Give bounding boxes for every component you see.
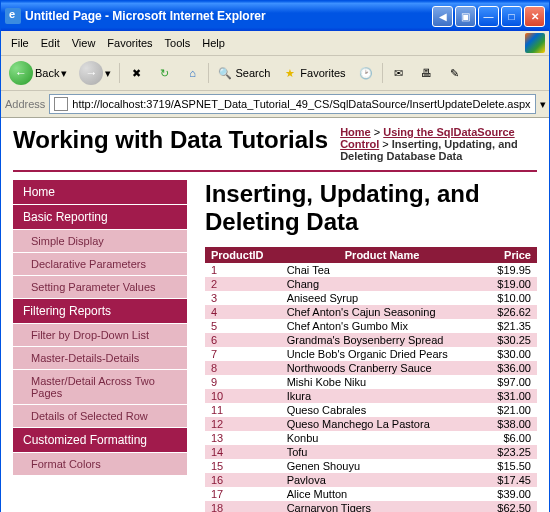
mail-icon: ✉	[391, 65, 407, 81]
sidebar-item-home[interactable]: Home	[13, 180, 187, 205]
cell-id: 17	[205, 487, 281, 501]
edit-button[interactable]: ✎	[443, 63, 467, 83]
history-icon: 🕑	[358, 65, 374, 81]
table-row: 14Tofu$23.25	[205, 445, 537, 459]
history-button[interactable]: 🕑	[354, 63, 378, 83]
cell-id: 9	[205, 375, 281, 389]
favorites-button[interactable]: ★Favorites	[278, 63, 349, 83]
site-title: Working with Data Tutorials	[13, 126, 328, 154]
group-right-button[interactable]: ▣	[455, 6, 476, 27]
cell-name: Alice Mutton	[281, 487, 484, 501]
browser-viewport[interactable]: Working with Data Tutorials Home > Using…	[1, 118, 549, 512]
cell-id: 13	[205, 431, 281, 445]
sidebar-category[interactable]: Filtering Reports	[13, 299, 187, 324]
menu-tools[interactable]: Tools	[159, 35, 197, 51]
star-icon: ★	[282, 65, 298, 81]
cell-name: Uncle Bob's Organic Dried Pears	[281, 347, 484, 361]
cell-name: Northwoods Cranberry Sauce	[281, 361, 484, 375]
cell-id: 4	[205, 305, 281, 319]
cell-id: 1	[205, 263, 281, 277]
refresh-button[interactable]: ↻	[152, 63, 176, 83]
forward-button[interactable]: → ▾	[75, 59, 115, 87]
cell-price: $21.35	[483, 319, 537, 333]
cell-price: $15.50	[483, 459, 537, 473]
cell-price: $23.25	[483, 445, 537, 459]
cell-id: 8	[205, 361, 281, 375]
table-row: 15Genen Shouyu$15.50	[205, 459, 537, 473]
sidebar-category[interactable]: Basic Reporting	[13, 205, 187, 230]
cell-id: 10	[205, 389, 281, 403]
menu-edit[interactable]: Edit	[35, 35, 66, 51]
sidebar-item[interactable]: Master-Details-Details	[13, 347, 187, 370]
cell-name: Pavlova	[281, 473, 484, 487]
menu-help[interactable]: Help	[196, 35, 231, 51]
cell-id: 18	[205, 501, 281, 512]
cell-price: $31.00	[483, 389, 537, 403]
divider	[13, 170, 537, 172]
print-icon: 🖶	[419, 65, 435, 81]
cell-price: $62.50	[483, 501, 537, 512]
address-url: http://localhost:3719/ASPNET_Data_Tutori…	[72, 98, 530, 110]
sidebar-item[interactable]: Filter by Drop-Down List	[13, 324, 187, 347]
menu-favorites[interactable]: Favorites	[101, 35, 158, 51]
table-row: 2Chang$19.00	[205, 277, 537, 291]
back-button[interactable]: ← Back ▾	[5, 59, 71, 87]
table-row: 13Konbu$6.00	[205, 431, 537, 445]
table-row: 8Northwoods Cranberry Sauce$36.00	[205, 361, 537, 375]
minimize-button[interactable]: —	[478, 6, 499, 27]
window-title: Untitled Page - Microsoft Internet Explo…	[25, 9, 432, 23]
cell-price: $19.95	[483, 263, 537, 277]
search-button[interactable]: 🔍Search	[213, 63, 274, 83]
main-content: Inserting, Updating, and Deleting Data P…	[187, 180, 537, 512]
cell-name: Mishi Kobe Niku	[281, 375, 484, 389]
table-row: 4Chef Anton's Cajun Seasoning$26.62	[205, 305, 537, 319]
home-button[interactable]: ⌂	[180, 63, 204, 83]
stop-button[interactable]: ✖	[124, 63, 148, 83]
col-productid[interactable]: ProductID	[205, 247, 281, 263]
cell-name: Grandma's Boysenberry Spread	[281, 333, 484, 347]
title-bar[interactable]: Untitled Page - Microsoft Internet Explo…	[1, 1, 549, 31]
cell-price: $17.45	[483, 473, 537, 487]
cell-price: $97.00	[483, 375, 537, 389]
menu-file[interactable]: File	[5, 35, 35, 51]
group-left-button[interactable]: ◀	[432, 6, 453, 27]
menu-view[interactable]: View	[66, 35, 102, 51]
cell-price: $36.00	[483, 361, 537, 375]
maximize-button[interactable]: □	[501, 6, 522, 27]
sidebar-item[interactable]: Declarative Parameters	[13, 253, 187, 276]
cell-id: 6	[205, 333, 281, 347]
table-row: 7Uncle Bob's Organic Dried Pears$30.00	[205, 347, 537, 361]
home-icon: ⌂	[184, 65, 200, 81]
cell-name: Tofu	[281, 445, 484, 459]
windows-logo-icon	[525, 33, 545, 53]
sidebar-item[interactable]: Master/Detail Across Two Pages	[13, 370, 187, 405]
breadcrumb-home[interactable]: Home	[340, 126, 371, 138]
address-label: Address	[5, 98, 45, 110]
cell-name: Queso Manchego La Pastora	[281, 417, 484, 431]
table-row: 5Chef Anton's Gumbo Mix$21.35	[205, 319, 537, 333]
col-productname[interactable]: Product Name	[281, 247, 484, 263]
close-button[interactable]: ✕	[524, 6, 545, 27]
print-button[interactable]: 🖶	[415, 63, 439, 83]
mail-button[interactable]: ✉	[387, 63, 411, 83]
table-row: 10Ikura$31.00	[205, 389, 537, 403]
cell-name: Queso Cabrales	[281, 403, 484, 417]
table-row: 12Queso Manchego La Pastora$38.00	[205, 417, 537, 431]
sidebar-category[interactable]: Customized Formatting	[13, 428, 187, 453]
col-price[interactable]: Price	[483, 247, 537, 263]
cell-name: Konbu	[281, 431, 484, 445]
stop-icon: ✖	[128, 65, 144, 81]
sidebar-item[interactable]: Format Colors	[13, 453, 187, 476]
sidebar-item[interactable]: Setting Parameter Values	[13, 276, 187, 299]
cell-price: $21.00	[483, 403, 537, 417]
dropdown-icon: ▾	[105, 67, 111, 80]
address-dropdown-icon[interactable]: ▾	[540, 98, 546, 111]
cell-name: Ikura	[281, 389, 484, 403]
sidebar-item[interactable]: Details of Selected Row	[13, 405, 187, 428]
forward-arrow-icon: →	[79, 61, 103, 85]
table-row: 11Queso Cabrales$21.00	[205, 403, 537, 417]
table-row: 6Grandma's Boysenberry Spread$30.25	[205, 333, 537, 347]
address-input[interactable]: http://localhost:3719/ASPNET_Data_Tutori…	[49, 94, 535, 114]
sidebar-item[interactable]: Simple Display	[13, 230, 187, 253]
table-row: 1Chai Tea$19.95	[205, 263, 537, 277]
